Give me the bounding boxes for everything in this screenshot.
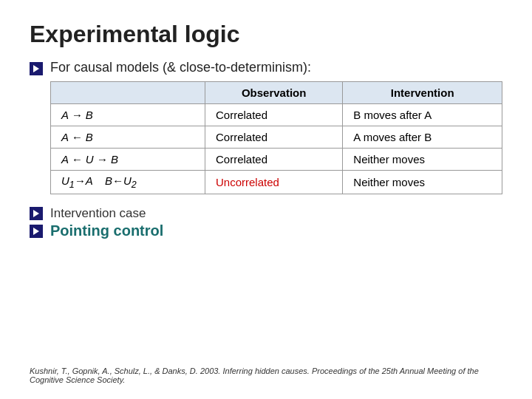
formula-cell: A ← B [51,126,205,149]
intervention-bullets: Intervention case Pointing control [30,206,502,239]
table-row: A → B Correlated B moves after A [51,104,502,126]
bullet-text-2: Intervention case [50,206,146,221]
table-row: A ← B Correlated A moves after B [51,126,502,149]
arrow-right-2: → [97,153,108,166]
causal-table: Observation Intervention A → B Correlate… [50,81,502,194]
intervention-cell: B moves after A [343,104,502,126]
bullet-icon-3 [30,225,43,238]
page: Experimental logic For causal models (& … [0,0,532,399]
intervention-cell: A moves after B [343,126,502,149]
arrow-right: → [72,109,83,121]
col-header-intervention: Intervention [343,82,502,104]
observation-cell: Correlated [205,104,342,126]
page-title: Experimental logic [30,21,502,48]
col-header-formula [51,82,205,104]
bullet-icon-2 [30,207,43,220]
bullet-content-1: For causal models (& close-to-determinis… [50,60,502,194]
bullet-row-2: Intervention case [30,206,502,221]
bullet-section: For causal models (& close-to-determinis… [30,60,502,239]
bullet-icon-1 [30,62,43,75]
arrow-left-2: ← [72,153,83,166]
bullet-label-1: For causal models (& close-to-determinis… [50,60,502,75]
arrow-left-3: ← [112,174,123,187]
observation-cell-uncorrelated: Uncorrelated [205,171,342,194]
table-row: U1→A B←U2 Uncorrelated Neither moves [51,171,502,194]
observation-cell: Correlated [205,126,342,149]
bullet-row-1: For causal models (& close-to-determinis… [30,60,502,194]
formula-cell: U1→A B←U2 [51,171,205,194]
citation: Kushnir, T., Gopnik, A., Schulz, L., & D… [30,362,502,384]
table-row: A ← U → B Correlated Neither moves [51,149,502,171]
arrow-right-3: → [75,174,86,187]
formula-cell: A ← U → B [51,149,205,171]
intervention-cell: Neither moves [343,149,502,171]
arrow-left: ← [72,131,83,143]
observation-cell: Correlated [205,149,342,171]
bullet-row-3: Pointing control [30,222,502,239]
intervention-cell: Neither moves [343,171,502,194]
col-header-observation: Observation [205,82,342,104]
formula-cell: A → B [51,104,205,126]
bullet-text-3: Pointing control [50,222,163,239]
